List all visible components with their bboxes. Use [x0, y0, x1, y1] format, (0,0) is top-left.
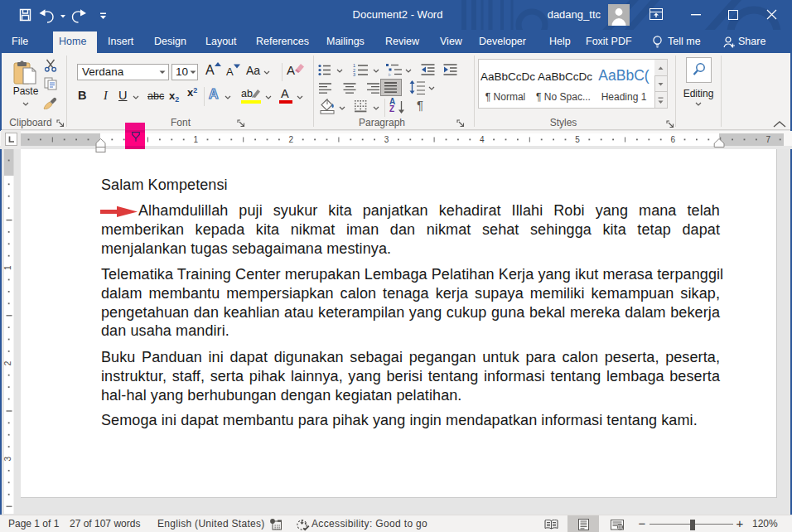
svg-text:i-: i-: [389, 72, 391, 76]
svg-text:5: 5: [575, 135, 580, 144]
svg-text:3: 3: [384, 135, 389, 144]
svg-text:2: 2: [3, 360, 12, 365]
svg-text:1: 1: [3, 265, 12, 270]
svg-text:7: 7: [766, 135, 771, 144]
svg-text:1: 1: [193, 135, 198, 144]
svg-text:3: 3: [353, 72, 355, 76]
svg-text:6: 6: [670, 135, 675, 144]
svg-text:4: 4: [480, 135, 485, 144]
svg-text:3: 3: [3, 456, 12, 461]
svg-text:2: 2: [289, 135, 294, 144]
